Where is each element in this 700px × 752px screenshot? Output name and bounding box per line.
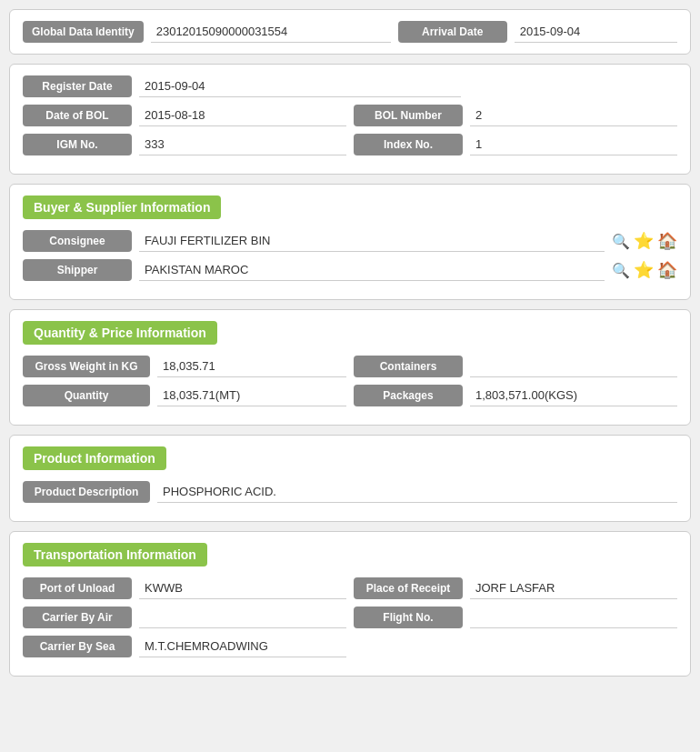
date-of-bol-value: 2015-08-18 (139, 105, 346, 126)
flight-no-label: Flight No. (354, 607, 463, 628)
igm-no-label: IGM No. (23, 134, 132, 155)
transportation-header: Transportation Information (23, 543, 207, 567)
shipper-search-icon[interactable]: 🔍 (612, 262, 630, 279)
date-of-bol-label: Date of BOL (23, 105, 132, 126)
packages-label: Packages (354, 385, 463, 406)
consignee-search-icon[interactable]: 🔍 (612, 233, 630, 250)
index-no-value: 1 (470, 134, 677, 155)
global-identity-card: Global Data Identity 2301201509000003155… (9, 9, 691, 55)
consignee-home-icon[interactable]: 🏠 (657, 231, 677, 251)
place-of-receipt-value: JORF LASFAR (470, 577, 677, 599)
shipper-value: PAKISTAN MAROC (139, 259, 605, 281)
gross-weight-value: 18,035.71 (157, 356, 346, 377)
carrier-by-air-value (139, 607, 346, 628)
bol-number-label: BOL Number (354, 105, 463, 126)
igm-no-col: IGM No. 333 (23, 134, 346, 155)
containers-col: Containers (354, 356, 677, 377)
consignee-label: Consignee (23, 230, 132, 252)
consignee-row: Consignee FAUJI FERTILIZER BIN 🔍 ⭐ 🏠 (23, 230, 677, 252)
quantity-price-header: Quantity & Price Information (23, 321, 217, 345)
port-of-unload-label: Port of Unload (23, 577, 132, 599)
igm-row: IGM No. 333 Index No. 1 (23, 134, 677, 155)
register-date-label: Register Date (23, 75, 132, 97)
place-of-receipt-label: Place of Receipt (354, 577, 463, 599)
air-flight-row: Carrier By Air Flight No. (23, 607, 677, 628)
containers-value (470, 356, 677, 377)
arrival-date-value: 2015-09-04 (515, 21, 677, 43)
port-of-unload-col: Port of Unload KWWB (23, 577, 346, 599)
shipper-star-icon[interactable]: ⭐ (634, 260, 654, 280)
igm-no-value: 333 (139, 134, 346, 155)
consignee-value: FAUJI FERTILIZER BIN (139, 230, 605, 252)
place-of-receipt-col: Place of Receipt JORF LASFAR (354, 577, 677, 599)
carrier-by-air-label: Carrier By Air (23, 607, 132, 628)
transportation-card: Transportation Information Port of Unloa… (9, 531, 691, 677)
register-date-value: 2015-09-04 (139, 75, 461, 97)
buyer-supplier-card: Buyer & Supplier Information Consignee F… (9, 184, 691, 300)
bol-number-value: 2 (470, 105, 677, 126)
registration-card: Register Date 2015-09-04 Date of BOL 201… (9, 64, 691, 175)
shipper-row: Shipper PAKISTAN MAROC 🔍 ⭐ 🏠 (23, 259, 677, 281)
quantity-label: Quantity (23, 385, 150, 406)
gross-weight-col: Gross Weight in KG 18,035.71 (23, 356, 346, 377)
consignee-star-icon[interactable]: ⭐ (634, 231, 654, 251)
quantity-col: Quantity 18,035.71(MT) (23, 385, 346, 406)
shipper-label: Shipper (23, 259, 132, 281)
global-identity-value: 23012015090000031554 (151, 21, 391, 43)
date-of-bol-col: Date of BOL 2015-08-18 (23, 105, 346, 126)
gross-weight-row: Gross Weight in KG 18,035.71 Containers (23, 356, 677, 377)
containers-label: Containers (354, 356, 463, 377)
product-description-label: Product Description (23, 481, 150, 503)
port-receipt-row: Port of Unload KWWB Place of Receipt JOR… (23, 577, 677, 599)
consignee-icons: 🔍 ⭐ 🏠 (612, 231, 677, 251)
global-identity-label: Global Data Identity (23, 21, 144, 43)
carrier-by-air-col: Carrier By Air (23, 607, 346, 628)
packages-col: Packages 1,803,571.00(KGS) (354, 385, 677, 406)
quantity-row: Quantity 18,035.71(MT) Packages 1,803,57… (23, 385, 677, 406)
carrier-by-sea-label: Carrier By Sea (23, 636, 132, 657)
index-no-col: Index No. 1 (354, 134, 677, 155)
flight-no-col: Flight No. (354, 607, 677, 628)
carrier-sea-row: Carrier By Sea M.T.CHEMROADWING (23, 636, 677, 657)
register-date-row: Register Date 2015-09-04 (23, 75, 677, 97)
packages-value: 1,803,571.00(KGS) (470, 385, 677, 406)
buyer-supplier-header: Buyer & Supplier Information (23, 196, 221, 219)
product-header: Product Information (23, 446, 166, 470)
shipper-icons: 🔍 ⭐ 🏠 (612, 260, 677, 280)
product-description-row: Product Description PHOSPHORIC ACID. (23, 481, 677, 503)
product-card: Product Information Product Description … (9, 435, 691, 522)
carrier-by-sea-col: Carrier By Sea M.T.CHEMROADWING (23, 636, 346, 657)
bol-row: Date of BOL 2015-08-18 BOL Number 2 (23, 105, 677, 126)
product-description-value: PHOSPHORIC ACID. (157, 481, 677, 503)
arrival-date-label: Arrival Date (398, 21, 507, 43)
carrier-by-sea-value: M.T.CHEMROADWING (139, 636, 346, 657)
gross-weight-label: Gross Weight in KG (23, 356, 150, 377)
quantity-value: 18,035.71(MT) (157, 385, 346, 406)
index-no-label: Index No. (354, 134, 463, 155)
bol-number-col: BOL Number 2 (354, 105, 677, 126)
flight-no-value (470, 607, 677, 628)
port-of-unload-value: KWWB (139, 577, 346, 599)
shipper-home-icon[interactable]: 🏠 (657, 260, 677, 280)
quantity-price-card: Quantity & Price Information Gross Weigh… (9, 309, 691, 426)
